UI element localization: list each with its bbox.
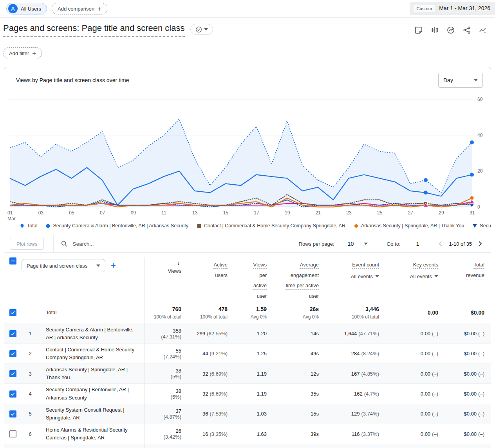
metric-cell: 26(3.42%) [145, 424, 188, 444]
comparison-icon[interactable] [430, 26, 439, 34]
total-label: Total [39, 307, 145, 318]
metric-cell: 129(3.74%) [325, 411, 385, 417]
row-checkbox[interactable] [9, 410, 16, 417]
previous-page-icon[interactable] [436, 239, 445, 248]
report-action-icons [414, 25, 495, 36]
search-input[interactable] [72, 241, 190, 247]
metric-cell: 35s [273, 391, 325, 397]
audience-label: All Users [21, 6, 41, 12]
notes-icon[interactable] [414, 26, 423, 34]
metric-cell: 44(9.21%) [188, 351, 234, 356]
chart-header: Views by Page title and screen class ove… [4, 67, 491, 93]
total-metric-cell: 1.59Avg 0% [234, 306, 273, 320]
metric-cell: 0.00(–) [385, 351, 444, 356]
table-row: 5Security System Consult Request | Sprin… [4, 404, 491, 424]
metric-cell: $0.00(–) [444, 331, 491, 336]
page-title-cell: Arkansas Security | Springdale, AR | Tha… [39, 364, 145, 383]
row-checkbox[interactable] [9, 370, 16, 377]
column-header-average-engagement-time-per-active-user[interactable]: Average engagement time per active user [273, 257, 325, 302]
page-title-cell: Security Cameras | Springdale, AR | CCTV… [39, 444, 145, 448]
search-icon [61, 240, 68, 247]
legend-marker-icon [473, 224, 477, 228]
chevron-down-icon [96, 264, 100, 267]
dimension-selector-cell: Page title and screen class + [22, 259, 145, 272]
pagination-controls: Rows per page: 10 Go to: 1 1-10 of 35 [299, 239, 491, 248]
row-select-cell [4, 350, 22, 357]
row-checkbox[interactable] [9, 430, 16, 437]
svg-text:09: 09 [131, 210, 136, 216]
metric-cell: 32(6.69%) [188, 371, 234, 377]
date-range-picker[interactable]: Custom Mar 1 - Mar 31, 2026 [410, 2, 495, 15]
svg-text:17: 17 [254, 210, 259, 216]
table-body: Total760100% of total478100% of total1.5… [4, 302, 491, 448]
column-header-views[interactable]: ↓Views [145, 257, 188, 302]
column-header-views-per-active-user[interactable]: Views per active user [234, 257, 273, 302]
filter-row: Add filter + [3, 47, 495, 59]
svg-text:05: 05 [69, 210, 74, 216]
plot-rows-button[interactable]: Plot rows [10, 238, 44, 250]
next-page-icon[interactable] [476, 239, 484, 248]
add-filter-button[interactable]: Add filter + [3, 47, 42, 59]
svg-text:40: 40 [477, 133, 483, 138]
metric-cell: 39s [273, 431, 325, 437]
metric-cell: 38(5%) [145, 384, 188, 403]
column-header-key-events[interactable]: Key eventsAll events [385, 257, 444, 279]
legend-marker-icon [354, 224, 358, 228]
granularity-value: Day [443, 77, 453, 83]
row-checkbox[interactable] [9, 390, 16, 398]
sort-descending-icon: ↓ [145, 260, 180, 266]
select-all-checkbox[interactable] [9, 257, 16, 264]
column-header-active-users[interactable]: Active users [188, 257, 234, 281]
row-checkbox[interactable] [9, 309, 16, 316]
goto-value[interactable]: 1 [416, 241, 419, 247]
svg-text:27: 27 [408, 210, 414, 216]
svg-text:21: 21 [316, 210, 321, 216]
total-metric-cell: $0.00 [444, 309, 491, 316]
metric-cell: 12s [273, 371, 325, 377]
table-header-row: Page title and screen class + ↓ViewsActi… [4, 253, 491, 302]
page-title[interactable]: Pages and screens: Page title and screen… [3, 23, 185, 37]
rows-per-page-caret-icon[interactable] [364, 243, 368, 245]
chart-area: 604020001Mar0305070911131517192123252729… [4, 93, 491, 222]
report-status-pill[interactable] [190, 24, 213, 35]
metric-cell: 284(8.24%) [325, 351, 385, 356]
row-checkbox[interactable] [9, 330, 16, 337]
rows-per-page-value[interactable]: 10 [348, 241, 354, 247]
legend-item: Contact | Commercial & Home Security Com… [197, 223, 345, 228]
metric-cell: 1.63 [234, 431, 273, 437]
row-number: 4 [22, 391, 39, 397]
row-number: 1 [22, 331, 39, 336]
add-dimension-button[interactable]: + [111, 261, 116, 270]
report-title-row: Pages and screens: Page title and screen… [3, 23, 495, 41]
audience-chip-all-users[interactable]: A All Users [6, 3, 47, 14]
date-range-type-badge: Custom [414, 5, 435, 12]
metric-cell: 32(6.69%) [188, 391, 234, 397]
column-header-total-revenue[interactable]: Total revenue [444, 257, 491, 281]
row-checkbox[interactable] [9, 350, 16, 357]
granularity-select[interactable]: Day [438, 73, 483, 88]
column-header-event-count[interactable]: Event countAll events [325, 257, 385, 279]
share-icon[interactable] [462, 26, 471, 34]
row-select-cell [4, 370, 22, 377]
insights-sparkline-icon[interactable] [479, 26, 487, 34]
table-row: 6Home Alarms & Residential Security Came… [4, 424, 491, 444]
insights-circle-icon[interactable] [446, 26, 455, 34]
legend-item: Security Camera & Alarm | Bentonville, A… [46, 223, 188, 228]
total-metric-cell: 3,446100% of total [325, 306, 385, 320]
row-number: 6 [22, 431, 39, 437]
metric-cell: 0.00(–) [385, 431, 444, 437]
metric-filter-select[interactable]: All events [385, 273, 438, 279]
svg-text:03: 03 [38, 210, 44, 216]
audience-avatar: A [8, 4, 18, 13]
metric-filter-select[interactable]: All events [325, 273, 379, 279]
legend-marker-icon [197, 224, 201, 228]
legend-label: Arkansas Security | Springdale, AR | Tha… [361, 223, 464, 228]
chart-legend: TotalSecurity Camera & Alarm | Bentonvil… [4, 222, 491, 235]
date-range-value: Mar 1 - Mar 31, 2026 [439, 5, 490, 12]
add-comparison-label: Add comparison [58, 6, 94, 12]
metric-cell: $0.00(–) [444, 431, 491, 437]
dimension-select[interactable]: Page title and screen class [22, 259, 105, 272]
legend-item: Arkansas Security | Springdale, AR | Tha… [354, 223, 464, 228]
add-comparison-button[interactable]: Add comparison + [52, 3, 107, 14]
plus-icon: + [98, 5, 101, 12]
